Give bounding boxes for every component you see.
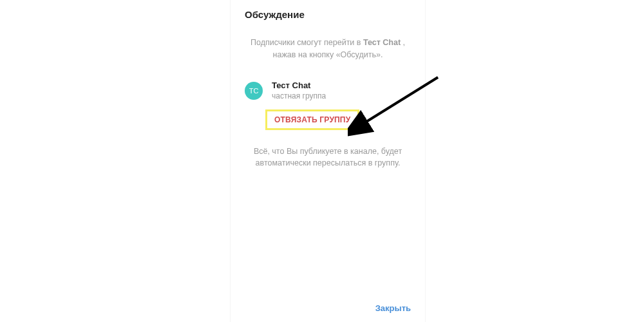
linked-group-row[interactable]: ТС Тест Chat частная группа bbox=[231, 61, 425, 100]
modal-footer-description: Всё, что Вы публикуете в канале, будет а… bbox=[231, 130, 425, 170]
unlink-group-button[interactable]: ОТВЯЗАТЬ ГРУППУ bbox=[270, 113, 354, 126]
group-text-block: Тест Chat частная группа bbox=[272, 80, 326, 100]
discussion-settings-modal: Обсуждение Подписчики смогут перейти в Т… bbox=[231, 0, 425, 322]
modal-title: Обсуждение bbox=[231, 0, 425, 20]
description-prefix: Подписчики смогут перейти в bbox=[251, 38, 363, 47]
unlink-highlight: ОТВЯЗАТЬ ГРУППУ bbox=[265, 109, 359, 130]
description-group-name: Тест Chat bbox=[363, 38, 401, 47]
close-button[interactable]: Закрыть bbox=[375, 303, 411, 313]
group-type: частная группа bbox=[272, 91, 326, 100]
group-avatar: ТС bbox=[245, 82, 263, 100]
modal-description: Подписчики смогут перейти в Тест Chat , … bbox=[231, 20, 425, 61]
group-name: Тест Chat bbox=[272, 80, 326, 90]
